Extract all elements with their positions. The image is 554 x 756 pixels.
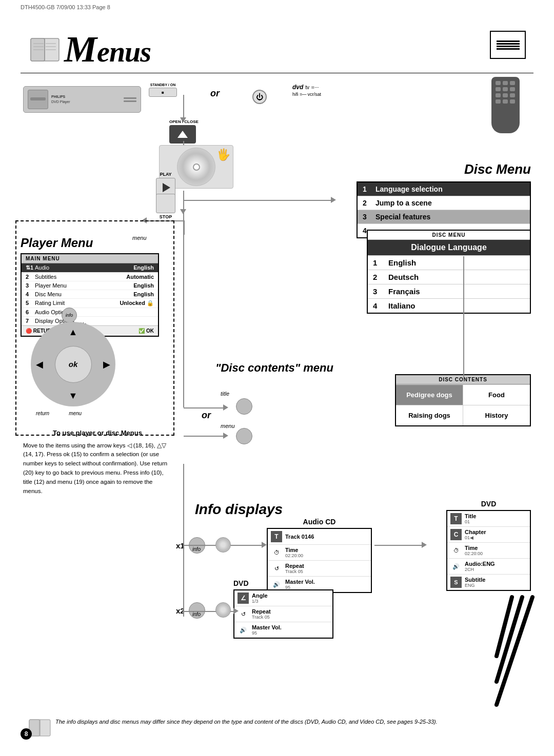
hifi-source-label: hifi: [292, 92, 299, 97]
dvd-title-text: Title 01: [465, 513, 476, 524]
disc-contents-heading: "Disc contents" menu: [215, 361, 333, 375]
player-menu-audio[interactable]: ⇅1 Audio English: [22, 263, 158, 273]
dvd-x2-angle-row: ∠ Angle 1/3: [234, 590, 332, 606]
arrow-right-x1: [262, 542, 267, 548]
footnote-text: The info displays and disc menus may dif…: [28, 718, 526, 738]
dialogue-item-deutsch[interactable]: 2Deutsch: [368, 270, 530, 284]
dvd-x2-label: DVD: [233, 579, 333, 587]
time-row: ⏱ Time 02:20:00: [268, 545, 371, 561]
disc-contents-box: DISC CONTENTS Pedigree dogs Food Raising…: [395, 374, 531, 426]
dvd-audio-text: Audio:ENG 2CH: [465, 561, 495, 572]
dc-cell-food[interactable]: Food: [463, 385, 530, 405]
info-displays-title: Info displays: [195, 501, 283, 518]
track-icon: T: [271, 531, 282, 542]
vcrsat-source-label: vcr/sat: [308, 92, 322, 97]
title-ball[interactable]: [236, 398, 252, 415]
arrow-right-dc1: [223, 404, 228, 411]
disc-menu-item-3[interactable]: 3Special features: [358, 210, 530, 224]
player-menu-audio-opts[interactable]: 6 Audio Options: [22, 308, 158, 317]
player-menu-rating[interactable]: 5 Rating Limit Unlocked 🔒: [22, 299, 158, 308]
dialogue-item-italiano[interactable]: 4Italiano: [368, 298, 530, 313]
dvd-time-row: ⏱ Time 02:20:00: [447, 543, 530, 559]
flow-line-h3: [184, 407, 225, 408]
dvd-x2-section: DVD ∠ Angle 1/3 ↺ Repeat Track 05 🔊 Mast…: [233, 579, 333, 639]
info-button-top[interactable]: info: [62, 308, 77, 323]
disc-icon-x2: [215, 602, 231, 618]
dvd-chapter-text: Chapter 01◀: [465, 529, 486, 540]
time-icon: ⏱: [271, 547, 282, 558]
flow-line-h5: [184, 545, 209, 546]
player-menu-title: Player Menu: [21, 236, 159, 250]
title-label-dc: title: [221, 391, 229, 397]
disc-contents-grid: Pedigree dogs Food Raising dogs History: [396, 384, 530, 425]
dc-cell-pedigree[interactable]: Pedigree dogs: [396, 385, 463, 405]
dvd-source-label: dvd: [292, 84, 303, 91]
menu-label-dc: menu: [221, 423, 235, 429]
ok-button[interactable]: ok: [55, 346, 92, 383]
dc-cell-history[interactable]: History: [463, 405, 530, 425]
power-button[interactable]: ⏻: [252, 90, 267, 104]
flow-line-h6: [184, 611, 209, 612]
dvd-subtitle-text: Subtitle ENG: [465, 577, 485, 588]
dvd-x2-display: ∠ Angle 1/3 ↺ Repeat Track 05 🔊 Master V…: [233, 589, 333, 639]
arrow-right-1: [331, 197, 336, 203]
dvd-x2-vol-row: 🔊 Master Vol. 95: [234, 622, 332, 638]
stop-area: STOP: [156, 194, 175, 219]
return-menu-row: return menu: [31, 411, 115, 416]
dc-cell-raising[interactable]: Raising dogs: [396, 405, 463, 425]
disc-contents-section: DISC CONTENTS Pedigree dogs Food Raising…: [395, 374, 531, 426]
disc-menu-section: Disc Menu 1Language selection 2Jump to a…: [357, 161, 531, 238]
repeat-text: Repeat Track 05: [285, 563, 304, 574]
tv-source-label: tv: [305, 85, 309, 90]
angle-icon: ∠: [238, 592, 249, 604]
menu-label-remote: menu: [69, 411, 82, 416]
dvd-x2-vol-icon: 🔊: [238, 624, 249, 636]
flow-line-v6: [463, 256, 464, 379]
flow-line-h2: [145, 220, 184, 221]
remote-nav-circle[interactable]: ▲ ▼ ◀ ▶ ok: [31, 322, 115, 406]
dvd-title-icon: T: [450, 513, 462, 524]
player-menu-subtitles[interactable]: 2 Subtitles Automatic: [22, 273, 158, 281]
dvd-title-row: T Title 01: [447, 511, 530, 527]
flow-line-h4: [184, 436, 225, 437]
disc-menu-item-1[interactable]: 1Language selection: [358, 182, 530, 196]
open-close-button[interactable]: [169, 125, 196, 144]
player-menu-playermenu[interactable]: 3 Player Menu English: [22, 281, 158, 290]
disc-menu-title: Disc Menu: [357, 161, 531, 177]
ok-label[interactable]: ✅ OK: [138, 328, 154, 334]
arrow-right-dvd: [422, 542, 427, 548]
play-label: PLAY: [156, 172, 175, 177]
menu-ball-dc[interactable]: [236, 428, 252, 444]
disc-menu-item-2[interactable]: 2Jump to a scene: [358, 196, 530, 210]
dvd-x2-vol-text: Master Vol. 95: [252, 624, 282, 636]
dvd-x2-repeat-text: Repeat Track 05: [252, 608, 271, 620]
open-close-area: OPEN / CLOSE: [169, 119, 199, 144]
disc-menu-submenu-header: DISC MENU: [368, 231, 530, 240]
flow-line-h1: [184, 200, 332, 201]
arrow-right-x2: [233, 608, 239, 614]
dvd-x2-repeat-icon: ↺: [238, 608, 249, 620]
dialogue-item-english[interactable]: 1English: [368, 255, 530, 270]
x2-area: x2: [176, 602, 205, 619]
dialogue-item-francais[interactable]: 3Français: [368, 284, 530, 298]
dvd-chapter-row: C Chapter 01◀: [447, 527, 530, 543]
dvd-subtitle-row: S Subtitle ENG: [447, 575, 530, 590]
standby-button[interactable]: ■: [149, 88, 177, 97]
player-menu-discmenu[interactable]: 4 Disc Menu English: [22, 290, 158, 299]
arrow-left-pm: [142, 217, 147, 223]
time-text: Time 02:20:00: [285, 547, 303, 558]
instruction-body: Move to the items using the arrow keys ◁…: [23, 441, 172, 496]
dvd-x1-section: DVD T Title 01 C Chapter 01◀ ⏱ Time 02:2…: [446, 500, 531, 591]
svg-line-9: [497, 597, 532, 705]
info-label-x1: info: [192, 546, 201, 552]
stop-button[interactable]: [156, 194, 175, 213]
repeat-row: ↺ Repeat Track 05: [268, 561, 371, 577]
dvd-x1-label: DVD: [446, 500, 531, 508]
dvd-graphic: [494, 595, 538, 707]
page-number: 8: [21, 728, 32, 740]
header-divider: [21, 73, 533, 73]
track-text: Track 0146: [285, 534, 314, 540]
page-title: Menus: [64, 28, 151, 71]
dialogue-title: Dialogue Language: [368, 240, 530, 255]
dialogue-language-menu: DISC MENU Dialogue Language 1English 2De…: [367, 230, 531, 314]
